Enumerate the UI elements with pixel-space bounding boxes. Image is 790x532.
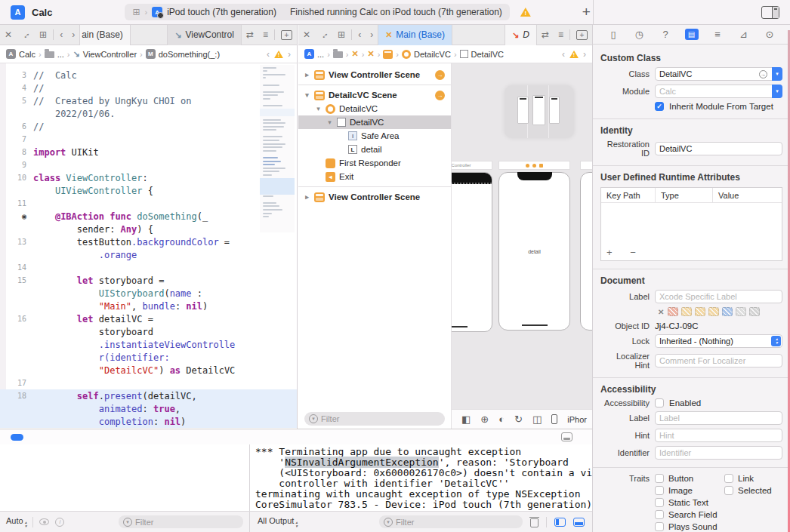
accessibility-enabled-checkbox[interactable] — [655, 398, 664, 407]
issue-warning-icon[interactable] — [569, 50, 579, 57]
ibaction-connection-icon[interactable]: ◉ — [22, 212, 26, 220]
warning-icon[interactable] — [520, 8, 531, 17]
class-field[interactable]: DetailVC → ▾ — [655, 67, 782, 81]
code-line[interactable]: 18 self.present(detailVC, — [0, 389, 297, 402]
view-controller-canvas[interactable] — [452, 172, 492, 332]
history-inspector-icon[interactable]: ◷ — [633, 29, 647, 40]
prev-issue-icon[interactable]: ‹ — [562, 49, 565, 60]
code-line[interactable]: 2022/01/06. — [0, 107, 297, 120]
code-line[interactable]: UIStoryboard(name : — [0, 287, 297, 300]
code-line[interactable]: 11 — [0, 197, 297, 210]
run-destination-pill[interactable]: ⊞ › A iPod touch (7th generation) Finish… — [125, 4, 509, 20]
code-editor[interactable]: 3// Calc4//5// Created by UngKyu CHOI on… — [0, 63, 297, 428]
hide-debug-area-icon[interactable] — [573, 518, 585, 527]
storyboard-zoom-thumbnail[interactable] — [505, 85, 574, 138]
breadcrumb-item-x[interactable]: ✕ — [352, 49, 359, 59]
add-remove-attribute-buttons[interactable]: + − — [606, 247, 643, 258]
expand-editor-icon[interactable]: ↔ — [17, 29, 35, 40]
debug-indicator[interactable] — [11, 434, 23, 441]
outline-item-detail[interactable]: Ldetail — [298, 143, 451, 156]
breadcrumb-item-Calc[interactable]: ACalc — [6, 49, 35, 59]
scene-goto-arrow-icon[interactable]: → — [435, 91, 445, 100]
lock-dropdown[interactable]: Inherited - (Nothing) ▴▾ — [655, 334, 782, 348]
variables-filter-input[interactable]: ▾ Filter — [119, 515, 243, 528]
code-line[interactable]: 3// Calc — [0, 69, 297, 81]
console-toggle-icon[interactable] — [561, 432, 572, 441]
device-icon[interactable] — [551, 414, 557, 424]
breadcrumb-item-DetailcVC[interactable]: DetailcVC — [402, 50, 451, 59]
localizer-hint-field[interactable]: Comment For Localizer — [655, 354, 782, 367]
editor-layout-icon[interactable]: ⊞ — [333, 29, 350, 40]
console-output[interactable]: *** Terminating app due to uncaught exce… — [249, 444, 592, 511]
code-line[interactable]: UIViewController { — [0, 184, 297, 197]
code-line[interactable]: 10class ViewController: — [0, 171, 297, 184]
code-line[interactable]: 9 — [0, 158, 297, 171]
module-dropdown-icon[interactable]: ▾ — [772, 85, 782, 98]
file-inspector-icon[interactable]: ▯ — [606, 29, 620, 40]
disclosure-icon[interactable]: ▾ — [315, 105, 322, 112]
forward-icon[interactable]: › — [67, 29, 79, 40]
scheme-app-icon[interactable]: A — [152, 7, 162, 17]
code-line[interactable]: .orange — [0, 248, 297, 261]
code-line[interactable]: 15 let storyboard = — [0, 274, 297, 287]
tab-viewcontroller[interactable]: ↘ ViewControl — [167, 25, 242, 45]
console-output-select[interactable]: All Output▴▾ — [258, 516, 298, 528]
trait-checkbox[interactable] — [655, 474, 664, 483]
clear-console-icon[interactable] — [530, 518, 538, 527]
code-line[interactable]: storyboard — [0, 325, 297, 338]
breadcrumb-item-folder[interactable] — [333, 50, 343, 58]
label-color-swatch[interactable] — [708, 307, 719, 316]
run-destination[interactable]: iPod touch (7th generation) — [167, 7, 276, 17]
next-issue-icon[interactable]: › — [583, 49, 586, 60]
info-icon[interactable]: i — [55, 518, 64, 527]
quick-help-inspector-icon[interactable]: ? — [659, 29, 672, 40]
breadcrumb-item-doSomething(_:)[interactable]: MdoSomething(_:) — [146, 49, 220, 59]
scene-titlebar-selected[interactable] — [498, 161, 570, 170]
trait-checkbox[interactable] — [724, 486, 733, 495]
add-editor-icon[interactable]: + — [576, 30, 588, 40]
document-label-field[interactable]: Xcode Specific Label — [655, 290, 782, 303]
variables-scope-select[interactable]: Auto▴▾ — [6, 516, 26, 528]
inherit-module-checkbox[interactable]: ✓ — [655, 102, 664, 111]
trait-checkbox[interactable] — [724, 474, 733, 483]
breadcrumb-item-...[interactable]: A... — [304, 49, 324, 59]
trait-checkbox[interactable] — [655, 486, 664, 495]
code-line[interactable]: .instantiateViewControlle — [0, 338, 297, 351]
quicklook-eye-icon[interactable] — [39, 518, 49, 525]
appearance-icon[interactable]: ◐ — [498, 414, 505, 425]
console-filter-input[interactable]: ▾ Filter — [379, 515, 523, 528]
code-line[interactable]: 17 — [0, 377, 297, 389]
detail-label[interactable]: detail — [499, 249, 569, 254]
label-color-swatch[interactable] — [749, 307, 760, 316]
tab-main-storyboard[interactable]: ✕ Main (Base) — [378, 25, 452, 45]
code-line[interactable]: completion: nil) — [0, 415, 297, 428]
scene-goto-arrow-icon[interactable]: → — [435, 70, 445, 80]
forward-icon[interactable]: › — [366, 29, 378, 40]
code-line[interactable]: 8import UIKit — [0, 146, 297, 158]
class-dropdown-icon[interactable]: ▾ — [772, 67, 782, 81]
outline-item-safe-area[interactable]: ISafe Area — [298, 129, 451, 143]
outline-filter-input[interactable]: ▾ Filter — [304, 412, 445, 426]
code-review-icon[interactable]: ⇄ — [242, 29, 258, 40]
outline-item-detailcvc-scene[interactable]: ▾DetailcVC Scene→ — [298, 88, 451, 102]
code-line[interactable]: r(identifier: — [0, 351, 297, 364]
size-inspector-icon[interactable]: ⊿ — [737, 29, 751, 40]
identity-inspector-icon[interactable]: ▤ — [685, 29, 699, 40]
orientation-icon[interactable]: ↻ — [514, 414, 523, 425]
acc-hint-field[interactable]: Hint — [655, 429, 782, 442]
acc-identifier-field[interactable]: Identifier — [655, 446, 782, 460]
scene-titlebar-left[interactable]: View Controller — [452, 161, 492, 170]
disclosure-icon[interactable]: ▸ — [304, 193, 310, 201]
close-editor-icon[interactable]: ✕ — [0, 29, 17, 40]
adjust-editor-icon[interactable]: ≡ — [258, 29, 273, 40]
code-line[interactable]: 14 — [0, 261, 297, 274]
next-issue-icon[interactable]: › — [288, 49, 291, 60]
outline-item-view-controller-scene[interactable]: ▸View Controller Scene→ — [298, 68, 451, 81]
breadcrumb-item-scene[interactable] — [383, 50, 393, 59]
disclosure-icon[interactable]: ▸ — [304, 71, 310, 78]
breadcrumb-item-x[interactable]: ✕ — [367, 49, 374, 59]
label-color-swatch[interactable] — [736, 307, 746, 316]
outline-item-detailvc[interactable]: ▾DetailVC — [298, 115, 451, 129]
editor-layout-icon[interactable]: ⊞ — [35, 29, 51, 40]
code-line[interactable]: animated: true, — [0, 402, 297, 415]
